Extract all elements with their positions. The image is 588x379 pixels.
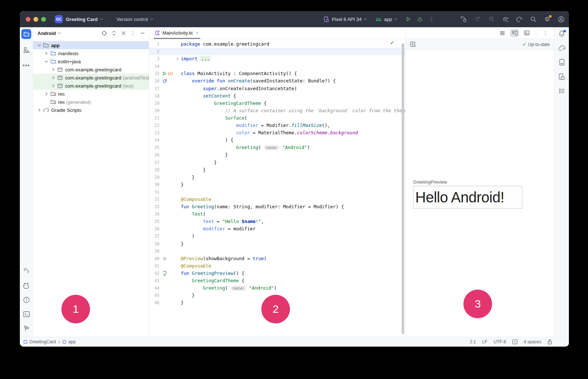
more-actions-button[interactable]: ⋮ [429,16,435,22]
code-line[interactable]: 30} [149,181,405,188]
code-line[interactable]: 40@Preview(showBackground = true) [149,255,405,262]
code-line[interactable]: 24 ) { [149,137,405,144]
code-line[interactable]: 43 GreetingCardTheme { [149,277,405,284]
project-tool-window-button[interactable] [21,29,31,39]
run-button[interactable] [405,16,412,22]
code-line[interactable]: 35 text = "Hello $name!", [149,218,405,225]
chevron-right-icon[interactable] [37,108,42,112]
inspections-ok-icon[interactable]: ✓ [390,40,394,46]
preview-composable-label[interactable]: GreetingPreview [413,180,447,185]
code-line[interactable]: 3import ... [149,55,405,63]
project-view-selector[interactable]: Android [37,31,56,36]
code-line[interactable]: 2 [149,48,405,55]
profiler-button[interactable] [502,16,509,22]
code-line[interactable]: 33fun Greeting(name: String, modifier: M… [149,203,405,210]
tree-item[interactable]: kotlin+java [33,57,149,65]
gear-icon[interactable] [162,256,167,261]
line-separator[interactable]: LF [482,339,487,344]
version-control-menu[interactable]: Version control [116,17,148,22]
build-button[interactable] [460,16,467,22]
window-controls[interactable] [20,17,46,22]
code-line[interactable]: 19 GreetingCardTheme { [149,100,405,107]
close-window-icon[interactable] [26,17,31,22]
indent-setting[interactable]: 4 spaces [524,339,541,344]
problems-tool-window-icon[interactable] [23,296,30,304]
code-line[interactable]: 42fun GreetingPreview() { [149,270,405,277]
chevron-right-icon[interactable] [51,84,56,88]
code-line[interactable]: 17 super.onCreate(savedInstanceState) [149,85,405,92]
running-devices-icon[interactable] [558,73,566,80]
version-control-tool-window-icon[interactable] [23,325,30,332]
code-line[interactable]: 41@Composable [149,262,405,270]
search-everywhere-button[interactable] [530,16,537,22]
override-icon[interactable] [162,79,167,84]
code-line[interactable]: 25 Greeting( name: "Android") [149,144,405,151]
breadcrumb-module[interactable]: app [68,339,76,344]
code-line[interactable]: 31 [149,188,405,196]
fold-chevron-icon[interactable] [175,57,180,61]
compose-preview-frame[interactable]: Hello Android! [413,186,522,209]
tab-mainactivity[interactable]: MainActivity.kt × [154,27,200,39]
code-line[interactable]: 37 ) [149,233,405,240]
panel-options-button[interactable]: ⋮ [130,31,136,36]
notifications-icon[interactable] [558,30,566,37]
ai-actions-button[interactable]: A [474,16,481,22]
run-configuration-selector[interactable]: app [384,17,392,22]
chevron-down-icon[interactable] [37,44,42,47]
tag-icon[interactable] [168,72,173,76]
code-line[interactable]: 21 Surface( [149,114,405,122]
structure-list-icon[interactable] [558,87,566,95]
code-line[interactable]: 44 Greeting( name: "Android") [149,284,405,292]
design-view-button[interactable] [522,29,531,37]
code-line[interactable]: 28 } [149,166,405,174]
hide-panel-button[interactable] [140,31,145,36]
gradle-sync-button[interactable] [516,16,523,22]
switch-layout-icon[interactable] [410,42,416,47]
code-line[interactable]: 32@Composable [149,196,405,203]
settings-button[interactable]: ⚙ [544,16,551,22]
more-tool-windows-icon[interactable]: ••• [23,62,30,69]
code-line[interactable]: 20 // A surface container using the 'bac… [149,107,405,114]
resource-manager-icon[interactable] [23,46,30,54]
caret-position[interactable]: 2:1 [470,339,476,344]
tree-item[interactable]: manifests [33,49,149,57]
code-line[interactable]: 29 } [149,174,405,181]
chevron-right-icon[interactable] [51,76,56,79]
debug-button[interactable] [417,16,423,22]
code-line[interactable]: 39 [149,248,405,255]
file-encoding[interactable]: UTF-8 [494,339,506,344]
chevron-right-icon[interactable] [51,68,56,71]
split-view-button[interactable] [510,29,519,37]
minimize-window-icon[interactable] [33,17,38,22]
close-tab-icon[interactable]: × [196,30,199,36]
code-line[interactable]: 38} [149,240,405,248]
code-line[interactable]: 18 setContent { [149,92,405,100]
tree-item[interactable]: com.example.greetingcard [33,65,149,74]
code-line[interactable]: 14 [149,63,405,70]
tree-item[interactable]: app [33,41,149,49]
tree-item[interactable]: com.example.greetingcard(test) [33,82,149,90]
build-tool-window-icon[interactable] [23,268,30,275]
build-variants-button[interactable]: 5 [488,16,495,22]
code-line[interactable]: 27 } [149,159,405,166]
breadcrumb-project[interactable]: GreetingCard [29,339,56,344]
tree-item[interactable]: com.example.greetingcard(androidTest) [33,74,149,82]
code-view-button[interactable] [498,29,507,37]
editor-scrollbar[interactable] [402,43,404,334]
code-area[interactable]: 1package com.example.greetingcard23impor… [149,39,405,337]
device-manager-icon[interactable] [558,59,566,66]
code-line[interactable]: 1package com.example.greetingcard [149,40,405,48]
tree-item[interactable]: res [33,90,149,98]
tree-item[interactable]: Gradle Scripts [33,106,149,114]
chevron-right-icon[interactable] [44,92,49,96]
code-line[interactable]: 16 override fun onCreate(savedInstanceSt… [149,77,405,85]
profile-avatar-button[interactable] [558,16,564,22]
collapse-all-button[interactable] [121,31,126,36]
code-line[interactable]: 36 modifier = modifier [149,225,405,233]
preview-options-button[interactable]: ⋮ [541,29,550,37]
device-selector[interactable]: Pixel 6 API 34 [332,17,362,22]
chevron-down-icon[interactable] [44,60,49,63]
expand-all-button[interactable] [111,31,116,36]
previewRun-icon[interactable] [162,271,167,276]
highlighting-level-icon[interactable] [512,339,517,344]
